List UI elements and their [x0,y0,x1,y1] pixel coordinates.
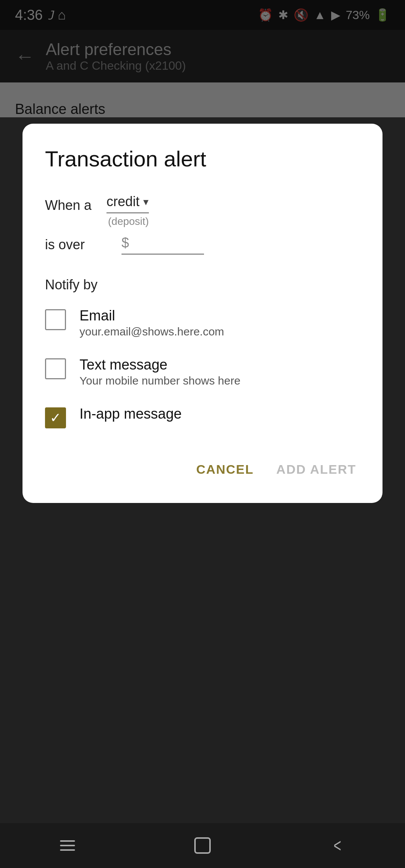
back-nav-button[interactable]: < [319,834,356,857]
menu-line-2 [60,845,75,846]
cancel-button[interactable]: CANCEL [192,455,258,484]
dialog-buttons: CANCEL ADD ALERT [45,447,360,484]
email-checkbox[interactable] [45,309,66,330]
dollar-sign: $ [122,235,129,251]
transaction-alert-dialog: Transaction alert When a credit ▾ (depos… [22,124,382,503]
add-alert-button[interactable]: ADD ALERT [273,455,360,484]
menu-line-1 [60,840,75,842]
amount-input-wrapper: $ [122,235,204,254]
dropdown-selected-value: credit [106,194,140,210]
in-app-option: ✓ In-app message [45,406,360,428]
square-icon [194,837,211,854]
amount-input[interactable] [132,235,192,251]
text-message-label: Text message [80,357,240,373]
menu-line-3 [60,849,75,851]
dropdown-hint: (deposit) [106,216,149,227]
in-app-text-block: In-app message [80,406,182,422]
text-message-option: Text message Your mobile number shows he… [45,357,360,387]
email-sublabel: your.email@shows.here.com [80,325,224,338]
menu-button[interactable] [49,834,86,857]
email-option: Email your.email@shows.here.com [45,308,360,338]
checkmark-icon: ✓ [50,411,61,425]
email-text-block: Email your.email@shows.here.com [80,308,224,338]
text-message-text-block: Text message Your mobile number shows he… [80,357,240,387]
in-app-checkbox[interactable]: ✓ [45,407,66,428]
home-button[interactable] [184,834,221,857]
dialog-title: Transaction alert [45,146,360,171]
chevron-down-icon: ▾ [143,196,148,208]
in-app-label: In-app message [80,406,182,422]
email-label: Email [80,308,224,324]
transaction-type-dropdown[interactable]: credit ▾ [106,194,149,213]
transaction-type-dropdown-wrapper: credit ▾ (deposit) [106,194,149,227]
back-arrow-icon: < [334,835,341,856]
is-over-row: is over $ [45,235,360,254]
notify-by-label: Notify by [45,277,360,293]
when-a-row: When a credit ▾ (deposit) [45,194,360,227]
bottom-nav-bar: < [0,823,405,868]
when-a-label: When a [45,194,98,213]
text-message-sublabel: Your mobile number shows here [80,374,240,387]
is-over-label: is over [45,237,112,253]
text-message-checkbox[interactable] [45,358,66,379]
